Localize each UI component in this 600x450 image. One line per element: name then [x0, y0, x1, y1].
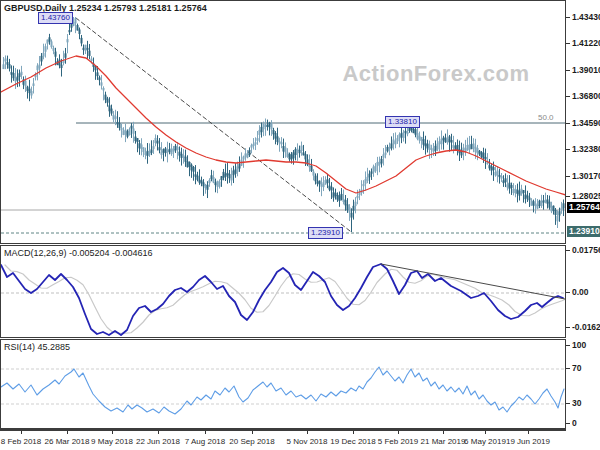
price-axis-tick: [566, 196, 570, 197]
candle-body: [329, 186, 331, 190]
candle-body: [509, 183, 511, 189]
price-axis-label: 1.39010: [572, 65, 600, 75]
candle-body: [87, 48, 89, 50]
candle-body: [107, 99, 109, 103]
candle-body: [453, 145, 455, 148]
price-annotation: 1.33810: [385, 116, 420, 128]
date-axis-tick: [112, 431, 113, 434]
candle-body: [207, 185, 209, 190]
candle-body: [211, 175, 213, 179]
candle-body: [393, 140, 395, 144]
candle-body: [81, 38, 83, 44]
price-axis-label: 1.28025: [572, 191, 600, 201]
candle-body: [127, 131, 129, 137]
price-axis-tick: [566, 17, 570, 18]
candle-body: [435, 146, 437, 151]
candle-body: [529, 198, 531, 201]
candle-body: [473, 143, 475, 148]
candle-body: [491, 166, 493, 170]
candle-body: [265, 125, 267, 127]
candle-body: [103, 88, 105, 90]
candle-body: [65, 53, 67, 57]
candle-body: [501, 176, 503, 179]
time-axis: 8 Feb 201826 Mar 20189 May 201822 Jun 20…: [0, 429, 566, 450]
candle-body: [335, 193, 337, 196]
candle-body: [503, 180, 505, 183]
candle-body: [331, 187, 333, 191]
candle-body: [155, 138, 157, 143]
price-axis-tick: [566, 327, 570, 328]
candle-body: [293, 152, 295, 158]
candle-body: [163, 149, 165, 153]
candle-body: [141, 144, 143, 148]
candle-body: [105, 95, 107, 100]
candle-body: [469, 145, 471, 150]
candle-body: [295, 149, 297, 155]
candle-body: [193, 167, 195, 172]
candle-body: [535, 203, 537, 206]
candle-body: [21, 72, 23, 75]
candle-body: [519, 191, 521, 196]
candle-body: [227, 173, 229, 175]
candle-body: [239, 164, 241, 168]
candle-body: [223, 172, 225, 178]
price-axis-tick: [566, 403, 570, 404]
candle-body: [231, 175, 233, 180]
candle-body: [97, 72, 99, 76]
candle-body: [219, 181, 221, 186]
candle-body: [273, 130, 275, 134]
candle-body: [145, 152, 147, 155]
date-axis-label: 9 May 2018: [91, 437, 133, 446]
candle-body: [327, 179, 329, 183]
candle-body: [257, 138, 259, 141]
candle-body: [319, 181, 321, 185]
date-axis-label: 19 Jun 2019: [506, 437, 550, 446]
price-panel: ActionForex.com GBPUSD,Daily 1.25234 1.2…: [0, 0, 566, 244]
candle-body: [147, 151, 149, 156]
price-chart-canvas: [1, 1, 565, 243]
candle-body: [495, 172, 497, 175]
candle-body: [447, 139, 449, 143]
candle-body: [167, 150, 169, 152]
date-axis-label: 26 Mar 2018: [45, 437, 90, 446]
candle-body: [389, 147, 391, 149]
candle-body: [477, 148, 479, 153]
candle-body: [449, 136, 451, 142]
candle-body: [515, 189, 517, 193]
candle-body: [381, 159, 383, 164]
candle-body: [259, 130, 261, 135]
price-axis-label: 1.43430: [572, 12, 600, 22]
candle-body: [305, 154, 307, 159]
candle-body: [267, 125, 269, 127]
candle-body: [543, 200, 545, 202]
date-axis-label: 7 Aug 2018: [185, 437, 225, 446]
candle-body: [27, 87, 29, 91]
candle-body: [377, 162, 379, 166]
candle-body: [375, 166, 377, 171]
candle-body: [559, 211, 561, 215]
candle-body: [425, 143, 427, 146]
candle-body: [471, 144, 473, 149]
candle-body: [51, 41, 53, 47]
price-axis-tick: [566, 368, 570, 369]
price-axis-label: 1.30170: [572, 171, 600, 181]
date-axis-label: 20 Sep 2018: [229, 437, 274, 446]
date-axis-label: 5 Nov 2018: [287, 437, 328, 446]
candle-body: [363, 184, 365, 186]
candle-body: [39, 65, 41, 69]
candle-body: [391, 143, 393, 148]
candle-body: [403, 132, 405, 138]
candle-body: [153, 146, 155, 149]
date-axis-tick: [485, 431, 486, 434]
date-axis-label: 22 Jun 2018: [136, 437, 180, 446]
price-axis-label: 1.32380: [572, 144, 600, 154]
candle-body: [45, 46, 47, 52]
date-axis-label: 5 Feb 2019: [378, 437, 418, 446]
candle-body: [421, 137, 423, 141]
candle-body: [281, 142, 283, 144]
candle-body: [3, 64, 5, 69]
candle-body: [553, 206, 555, 211]
macd-main-line: [1, 264, 563, 335]
candle-body: [113, 115, 115, 120]
candle-body: [427, 144, 429, 149]
